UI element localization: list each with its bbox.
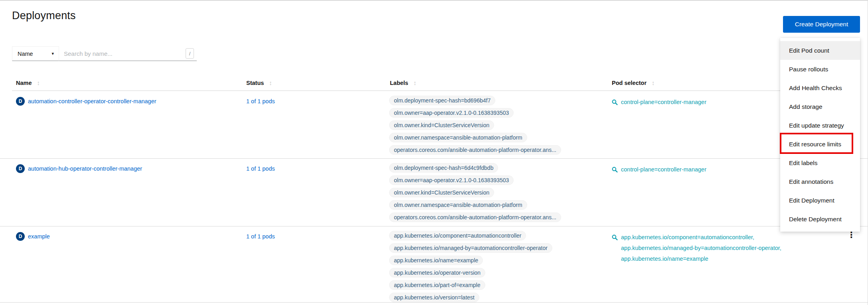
label-pill[interactable]: olm.deployment-spec-hash=bd696b4f7	[389, 96, 495, 105]
menu-item-edit-deployment[interactable]: Edit Deployment	[780, 191, 860, 210]
search-icon	[612, 234, 618, 242]
menu-item-add-storage[interactable]: Add storage	[780, 97, 860, 116]
pod-selector-link[interactable]: control-plane=controller-manager	[621, 97, 706, 108]
label-pill[interactable]: olm.owner=aap-operator.v2.1.0-0.16383935…	[389, 108, 514, 118]
sort-icon: ↕	[413, 79, 417, 86]
deployment-kind-badge: D	[16, 232, 25, 241]
menu-item-delete-deployment[interactable]: Delete Deployment	[780, 210, 860, 228]
menu-item-pause-rollouts[interactable]: Pause rollouts	[780, 60, 860, 79]
menu-item-edit-update-strategy[interactable]: Edit update strategy	[780, 116, 860, 135]
name-cell: D example	[16, 226, 50, 241]
status-cell: 1 of 1 pods	[246, 91, 275, 105]
deployment-kind-badge: D	[16, 164, 25, 173]
pods-status-link[interactable]: 1 of 1 pods	[246, 98, 275, 104]
caret-down-icon: ▾	[51, 51, 54, 56]
menu-item-edit-labels[interactable]: Edit labels	[780, 153, 860, 172]
menu-item-edit-resource-limits[interactable]: Edit resource limits	[780, 135, 860, 153]
search-icon	[612, 99, 618, 107]
labels-cell: olm.deployment-spec-hash=6d4c9fdbdb olm.…	[389, 159, 561, 225]
label-pill[interactable]: operators.coreos.com/ansible-automation-…	[389, 145, 561, 155]
table-header-row: Name ↕ Status ↕ Labels ↕ Pod selector ↕	[12, 75, 860, 91]
label-pill[interactable]: app.kubernetes.io/operator-version	[389, 268, 485, 277]
table-row: D automation-controller-operator-control…	[0, 91, 868, 159]
menu-item-add-health-checks[interactable]: Add Health Checks	[780, 79, 860, 97]
labels-cell: app.kubernetes.io/component=automationco…	[389, 226, 552, 305]
deployment-name-link[interactable]: automation-controller-operator-controlle…	[28, 98, 156, 104]
deployment-name-link[interactable]: automation-hub-operator-controller-manag…	[28, 165, 142, 172]
menu-item-edit-annotations[interactable]: Edit annotations	[780, 172, 860, 191]
pod-selector-link[interactable]: control-plane=controller-manager	[621, 164, 706, 175]
pod-selector-link[interactable]: app.kubernetes.io/component=automationco…	[621, 232, 781, 264]
create-deployment-button[interactable]: Create Deployment	[783, 16, 860, 33]
status-cell: 1 of 1 pods	[246, 226, 275, 240]
pod-selector-cell: app.kubernetes.io/component=automationco…	[612, 226, 781, 264]
column-header-name[interactable]: Name ↕	[16, 75, 40, 91]
filter-type-dropdown[interactable]: Name ▾	[12, 46, 59, 61]
label-pill[interactable]: app.kubernetes.io/component=automationco…	[389, 231, 526, 240]
label-pill[interactable]: olm.deployment-spec-hash=6d4c9fdbdb	[389, 163, 498, 173]
search-icon	[612, 167, 618, 174]
label-pill[interactable]: olm.owner.namespace=ansible-automation-p…	[389, 200, 527, 210]
label-pill[interactable]: olm.owner.namespace=ansible-automation-p…	[389, 133, 527, 142]
sort-icon: ↕	[269, 79, 272, 86]
kebab-menu-icon[interactable]: ⋮	[847, 230, 856, 239]
label-pill[interactable]: app.kubernetes.io/name=example	[389, 256, 483, 265]
deployment-name-link[interactable]: example	[28, 233, 50, 240]
sort-icon: ↕	[37, 79, 40, 86]
label-pill[interactable]: olm.owner.kind=ClusterServiceVersion	[389, 188, 494, 197]
column-header-pod-selector[interactable]: Pod selector ↕	[612, 75, 655, 91]
table-row: D automation-hub-operator-controller-man…	[0, 159, 868, 226]
name-cell: D automation-controller-operator-control…	[16, 91, 156, 106]
search-input[interactable]	[64, 50, 186, 57]
row-actions-menu: Edit Pod count Pause rollouts Add Health…	[780, 38, 860, 232]
deployment-kind-badge: D	[16, 97, 25, 106]
status-cell: 1 of 1 pods	[246, 159, 275, 172]
column-header-labels[interactable]: Labels ↕	[390, 75, 416, 91]
labels-cell: olm.deployment-spec-hash=bd696b4f7 olm.o…	[389, 91, 561, 157]
pod-selector-cell: control-plane=controller-manager	[612, 91, 706, 108]
column-header-status[interactable]: Status ↕	[246, 75, 272, 91]
label-pill[interactable]: app.kubernetes.io/managed-by=automationc…	[389, 243, 552, 253]
slash-shortcut-badge: /	[186, 48, 194, 59]
deployments-table: Name ↕ Status ↕ Labels ↕ Pod selector ↕ …	[0, 75, 868, 91]
table-row: D example 1 of 1 pods app.kubernetes.io/…	[0, 226, 868, 303]
name-cell: D automation-hub-operator-controller-man…	[16, 159, 142, 173]
label-pill[interactable]: app.kubernetes.io/part-of=example	[389, 280, 485, 290]
label-pill[interactable]: operators.coreos.com/ansible-automation-…	[389, 213, 561, 222]
label-pill[interactable]: olm.owner.kind=ClusterServiceVersion	[389, 120, 494, 130]
label-pill[interactable]: olm.owner=aap-operator.v2.1.0-0.16383935…	[389, 175, 514, 185]
label-pill[interactable]: app.kubernetes.io/version=latest	[389, 293, 479, 302]
sort-icon: ↕	[652, 79, 655, 86]
search-box: /	[59, 46, 197, 61]
pod-selector-cell: control-plane=controller-manager	[612, 159, 706, 175]
menu-item-edit-pod-count[interactable]: Edit Pod count	[780, 41, 860, 60]
pods-status-link[interactable]: 1 of 1 pods	[246, 233, 275, 240]
filter-toolbar: Name ▾ /	[12, 46, 197, 61]
pods-status-link[interactable]: 1 of 1 pods	[246, 165, 275, 172]
deployments-page: Deployments Create Deployment Name ▾ / N…	[0, 0, 868, 305]
filter-type-label: Name	[18, 51, 33, 57]
page-title: Deployments	[12, 10, 76, 22]
